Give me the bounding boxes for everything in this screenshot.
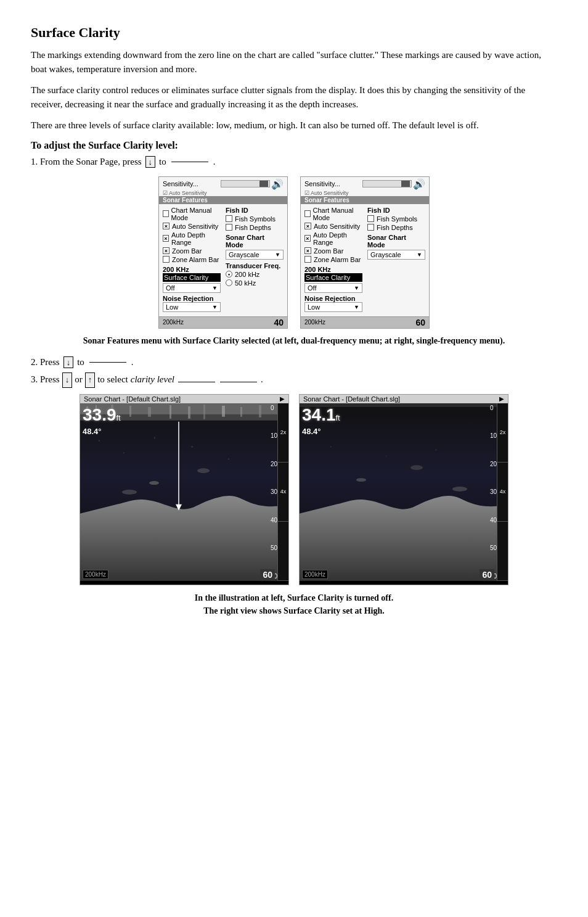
menu-left-freq-200: 200 kHz (226, 271, 284, 278)
menu-right-zone-alarm-cb (304, 256, 311, 263)
svg-rect-29 (330, 446, 332, 447)
menu-left-noise-rejection-dropdown[interactable]: Low ▼ (163, 302, 221, 312)
menu-left-body: Chart Manual Mode Auto Sensitivity Auto … (159, 204, 287, 316)
step3-period: . (261, 372, 263, 387)
svg-rect-10 (203, 405, 205, 419)
svg-rect-8 (169, 405, 171, 419)
svg-rect-6 (129, 406, 131, 417)
menu-left-sonar-chart-mode-label: Sonar Chart Mode (226, 234, 284, 249)
svg-rect-19 (99, 440, 100, 441)
menu-left-surface-clarity-item: Surface Clarity (163, 273, 221, 282)
menu-right-surface-clarity-arrow: ▼ (354, 285, 359, 291)
charts-caption: In the illustration at left, Surface Cla… (31, 591, 557, 617)
step2-period: . (131, 357, 134, 368)
svg-point-26 (356, 478, 366, 482)
menu-right-sonar-chart-dropdown[interactable]: Grayscale ▼ (367, 250, 425, 260)
menu-left-slider-icon: 🔊 (271, 178, 284, 190)
sonar-chart-left-title-bar: Sonar Chart - [Default Chart.slg] ▶ (80, 395, 288, 403)
step2-to: to (77, 357, 84, 368)
menu-right-fish-depths: Fish Depths (367, 224, 425, 231)
menu-left-fish-symbols: Fish Symbols (226, 215, 284, 223)
menu-right-noise-rejection-label: Noise Rejection (304, 295, 362, 302)
menu-left-slider-knob (259, 181, 268, 187)
svg-rect-22 (191, 446, 193, 447)
sonar-chart-right-title: Sonar Chart - [Default Chart.slg] (303, 395, 400, 403)
step2-text: 2. Press (31, 357, 60, 368)
menu-right-chart-manual: Chart Manual Mode (304, 207, 362, 221)
menu-left-sonar-chart-dropdown[interactable]: Grayscale ▼ (226, 250, 284, 260)
menu-right-noise-rejection-dropdown[interactable]: Low ▼ (304, 302, 362, 312)
paragraph-2: The surface clarity control reduces or e… (31, 83, 557, 111)
menu-right-surface-clarity-item: Surface Clarity (304, 273, 362, 282)
menu-right-auto-sensitivity-cb (304, 223, 311, 229)
menu-right-chart-manual-cb (304, 210, 311, 217)
menu-left-bottom-bar: 200kHz 40 (159, 316, 287, 328)
menu-right-slider (362, 180, 412, 187)
menu-left-sonar-chart-arrow: ▼ (275, 252, 280, 258)
step1-key: ↓ (145, 156, 156, 168)
sonar-chart-right-arrow: ▶ (499, 395, 504, 402)
sonar-charts-container: Sonar Chart - [Default Chart.slg] ▶ (31, 394, 557, 585)
page-title: Surface Clarity (31, 25, 557, 41)
step1-text: 1. From the Sonar Page, press (31, 157, 142, 167)
menu-right-section-label: Sonar Features (301, 196, 429, 204)
step3-text: 3. Press (31, 372, 60, 387)
step2-separator (89, 362, 126, 363)
menu-right-auto-sensitivity: Auto Sensitivity (304, 223, 362, 230)
menu-left-transducer-label: Transducer Freq. (226, 262, 284, 269)
sonar-chart-left-bottom-num: 60 (260, 569, 275, 580)
step-2: 2. Press ↓ to . (31, 356, 557, 368)
menu-left-fish-symbols-cb (226, 215, 232, 222)
menu-left-bottom-freq: 200kHz (163, 319, 184, 326)
menu-right-zoom-bar: Zoom Bar (304, 247, 362, 255)
menus-caption: Sonar Features menu with Surface Clarity… (31, 335, 557, 347)
menu-right-fish-symbols-cb (367, 215, 374, 222)
menu-right-fish-id-label: Fish ID (367, 207, 425, 214)
charts-caption-line2: The right view shows Surface Clarity set… (31, 604, 557, 617)
menu-left-zoom-bar: Zoom Bar (163, 247, 221, 255)
svg-point-27 (410, 465, 423, 470)
sonar-chart-left-zoom-empty (278, 522, 288, 581)
menu-left-surface-clarity-arrow: ▼ (212, 285, 218, 291)
step3-sep2 (220, 382, 257, 382)
svg-rect-7 (148, 407, 151, 417)
sonar-chart-left-zoom-2x: 2x (278, 403, 288, 463)
sonar-chart-right-temp: 48.4° (302, 427, 321, 436)
svg-rect-11 (222, 406, 225, 417)
menu-right-khz: 200 KHz (304, 266, 362, 273)
sonar-chart-left-zoom-4x: 4x (278, 463, 288, 522)
sonar-chart-left-arrow: ▶ (280, 395, 285, 402)
menu-right-zoom-bar-cb (304, 247, 311, 254)
svg-rect-9 (188, 406, 190, 419)
svg-point-15 (197, 468, 210, 473)
menu-right-noise-rejection-arrow: ▼ (354, 304, 359, 310)
menu-left-fish-id-label: Fish ID (226, 207, 284, 214)
sonar-chart-left-title: Sonar Chart - [Default Chart.slg] (84, 395, 181, 403)
menu-left-col-left: Chart Manual Mode Auto Sensitivity Auto … (163, 207, 221, 314)
sonar-chart-left-main: 33.9ft 48.4° 0 10 20 30 40 50 60 2x 4x 2… (80, 403, 288, 581)
svg-rect-13 (259, 405, 261, 417)
sonar-chart-left-svg (80, 403, 277, 581)
menu-left-auto-depth-cb (163, 235, 169, 242)
step-1: 1. From the Sonar Page, press ↓ to . (31, 156, 557, 168)
menu-right: Sensitivity... 🔊 ☑ Auto Sensitivity Sona… (300, 176, 430, 329)
menu-left-noise-rejection-arrow: ▼ (212, 304, 218, 310)
menu-left-noise-rejection-label: Noise Rejection (163, 295, 221, 302)
sonar-chart-right-depth: 34.1ft (302, 406, 340, 425)
menu-right-surface-clarity-dropdown[interactable]: Off ▼ (304, 283, 362, 293)
menu-left-two-col: Chart Manual Mode Auto Sensitivity Auto … (163, 207, 284, 314)
menu-left-surface-clarity-dropdown[interactable]: Off ▼ (163, 283, 221, 293)
svg-rect-30 (386, 455, 387, 456)
step3-clarity-level: clarity level (131, 372, 174, 387)
menu-left-zoom-bar-cb (163, 247, 169, 254)
svg-point-28 (452, 487, 467, 491)
svg-rect-12 (240, 407, 242, 417)
sonar-chart-right-title-bar: Sonar Chart - [Default Chart.slg] ▶ (300, 395, 508, 403)
menu-right-sonar-chart-arrow: ▼ (417, 252, 422, 258)
step3-sep1 (178, 382, 215, 382)
step1-period: . (213, 157, 216, 167)
charts-caption-line1: In the illustration at left, Surface Cla… (31, 591, 557, 604)
sonar-chart-right-zoom-col: 2x 4x (497, 403, 508, 581)
menu-left-sensitivity-label: Sensitivity... (163, 180, 198, 187)
step-3: 3. Press ↓ or ↑ to select clarity level … (31, 372, 557, 388)
